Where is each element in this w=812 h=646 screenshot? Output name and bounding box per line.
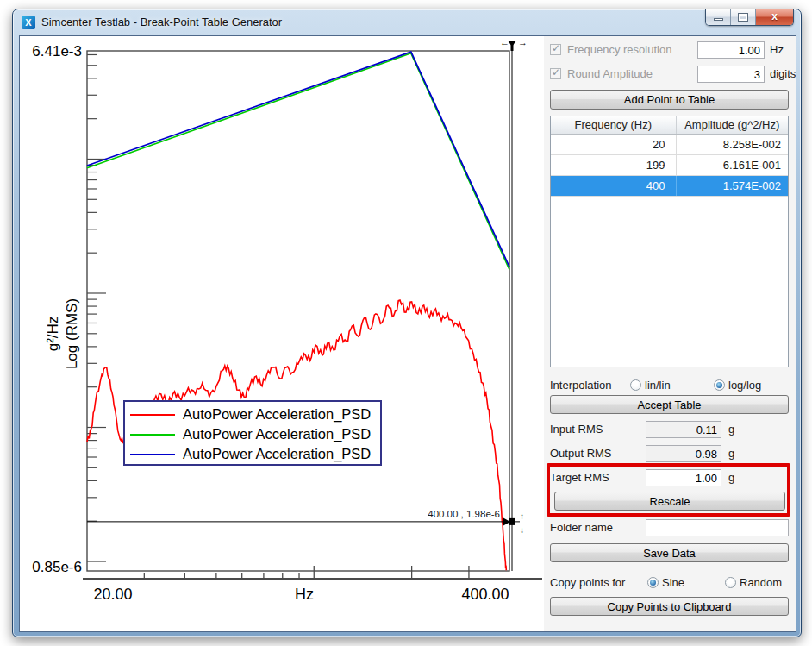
- x-axis-min-label: 20.00: [87, 586, 139, 604]
- target-rms-unit: g: [728, 469, 734, 486]
- window-title: Simcenter Testlab - Break-Point Table Ge…: [41, 16, 282, 28]
- y-axis-unit: g²/Hz: [44, 248, 63, 420]
- input-rms-label: Input RMS: [550, 421, 603, 438]
- app-window: X Simcenter Testlab - Break-Point Table …: [12, 9, 802, 637]
- radio-log-log[interactable]: [714, 379, 725, 391]
- radio-label: Sine: [662, 576, 684, 589]
- chart-area: ←→↑↓400.00 , 1.98e-6 6.41e-3 0.85e-6 g²/…: [20, 36, 544, 631]
- client-area: ←→↑↓400.00 , 1.98e-6 6.41e-3 0.85e-6 g²/…: [19, 35, 796, 632]
- legend-label: AutoPower Acceleration_PSD: [183, 446, 371, 462]
- minimize-button[interactable]: [706, 9, 731, 25]
- legend-label: AutoPower Acceleration_PSD: [183, 426, 371, 442]
- target-rms-label: Target RMS: [550, 469, 609, 486]
- interpolation-label: Interpolation: [550, 377, 612, 394]
- legend-line-swatch: [130, 434, 175, 436]
- table-header-frequency[interactable]: Frequency (Hz): [551, 116, 676, 134]
- frequency-resolution-input[interactable]: [697, 41, 765, 59]
- restore-button[interactable]: [731, 9, 756, 25]
- copy-points-clipboard-button[interactable]: Copy Points to Clipboard: [550, 597, 789, 616]
- output-rms-field[interactable]: [646, 445, 721, 462]
- table-cell[interactable]: 1.574E-002: [676, 175, 788, 196]
- radio-label: Random: [740, 576, 782, 589]
- frequency-resolution-unit: Hz: [770, 41, 784, 59]
- round-amplitude-label: Round Amplitude: [567, 66, 653, 83]
- table-cell[interactable]: 6.161E-001: [676, 154, 788, 175]
- radio-lin-lin[interactable]: [630, 379, 641, 391]
- radio-label: log/log: [728, 379, 761, 392]
- y-axis-min-label: 0.85e-6: [20, 559, 82, 576]
- frequency-resolution-label: Frequency resolution: [567, 41, 671, 59]
- table-row[interactable]: 4001.574E-002: [551, 175, 788, 196]
- y-axis-scale-type: Log (RMS): [63, 248, 82, 420]
- legend-entry: AutoPower Acceleration_PSD: [130, 444, 375, 464]
- radio-sine[interactable]: [647, 577, 659, 588]
- legend-entry: AutoPower Acceleration_PSD: [130, 424, 375, 444]
- y-axis-title: g²/Hz Log (RMS): [44, 248, 84, 420]
- frequency-resolution-checkbox[interactable]: [550, 44, 561, 55]
- output-rms-unit: g: [728, 445, 734, 462]
- copy-points-for-label: Copy points for: [550, 574, 625, 592]
- table-cell[interactable]: 20: [551, 134, 676, 154]
- chart-canvas[interactable]: ←→↑↓400.00 , 1.98e-6: [20, 36, 544, 635]
- table-cell[interactable]: 8.258E-002: [676, 134, 788, 154]
- round-amplitude-input[interactable]: [697, 66, 765, 83]
- control-panel: Frequency resolution Hz Round Amplitude …: [544, 36, 796, 631]
- y-axis-max-label: 6.41e-3: [20, 43, 82, 60]
- input-rms-unit: g: [728, 421, 734, 438]
- round-amplitude-unit: digits: [770, 66, 796, 83]
- folder-name-label: Folder name: [550, 519, 613, 536]
- folder-name-input[interactable]: [646, 519, 789, 536]
- target-rms-field[interactable]: [646, 469, 721, 486]
- radio-label: lin/lin: [645, 379, 671, 392]
- svg-text:→: →: [518, 37, 528, 47]
- legend-line-swatch: [130, 414, 175, 416]
- close-button[interactable]: x: [756, 9, 793, 25]
- minimize-icon: [714, 18, 723, 21]
- add-point-button[interactable]: Add Point to Table: [550, 90, 789, 110]
- rescale-button[interactable]: Rescale: [554, 492, 785, 511]
- output-rms-label: Output RMS: [550, 445, 612, 462]
- titlebar[interactable]: X Simcenter Testlab - Break-Point Table …: [13, 9, 801, 35]
- chart-legend: AutoPower Acceleration_PSDAutoPower Acce…: [123, 400, 382, 466]
- restore-icon: [739, 14, 747, 21]
- x-axis-unit-label: Hz: [287, 586, 322, 604]
- radio-random[interactable]: [725, 577, 736, 588]
- legend-line-swatch: [130, 454, 175, 455]
- table-cell[interactable]: 199: [551, 154, 676, 175]
- save-data-button[interactable]: Save Data: [550, 543, 789, 562]
- table-cell[interactable]: 400: [551, 175, 676, 196]
- breakpoint-table[interactable]: Frequency (Hz) Amplitude (g^2/Hz) 208.25…: [550, 116, 789, 367]
- svg-text:400.00 , 1.98e-6: 400.00 , 1.98e-6: [428, 509, 500, 519]
- table-row[interactable]: 1996.161E-001: [551, 154, 788, 175]
- svg-text:↑: ↑: [520, 511, 524, 521]
- legend-entry: AutoPower Acceleration_PSD: [130, 405, 375, 424]
- svg-text:↓: ↓: [520, 525, 524, 535]
- input-rms-field[interactable]: [646, 421, 721, 438]
- table-header-amplitude[interactable]: Amplitude (g^2/Hz): [676, 116, 788, 134]
- round-amplitude-checkbox[interactable]: [550, 68, 561, 79]
- table-row[interactable]: 208.258E-002: [551, 134, 788, 154]
- accept-table-button[interactable]: Accept Table: [550, 395, 789, 414]
- simcenter-logo-icon: X: [22, 16, 35, 29]
- legend-label: AutoPower Acceleration_PSD: [183, 406, 371, 423]
- x-axis-max-label: 400.00: [455, 586, 515, 604]
- svg-text:←: ←: [500, 37, 509, 47]
- close-icon: x: [756, 10, 793, 22]
- caption-buttons: x: [705, 9, 794, 26]
